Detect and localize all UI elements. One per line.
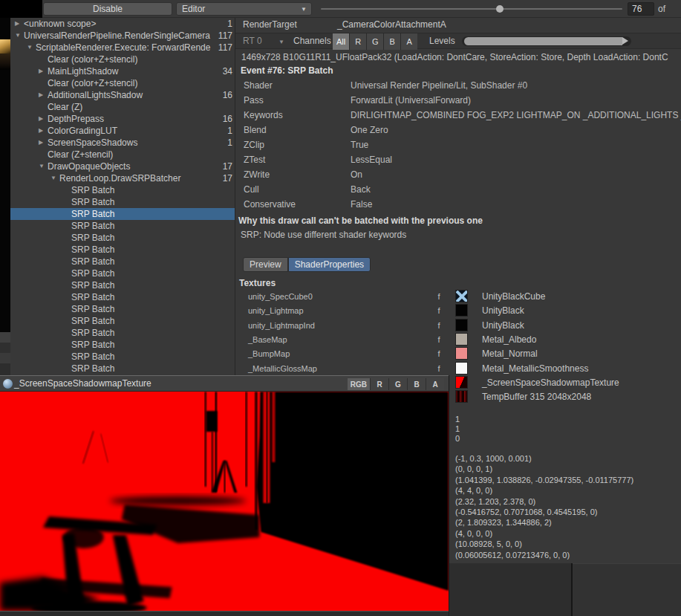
- tree-row[interactable]: ▶<unknown scope>1: [10, 18, 235, 30]
- preview-channel-button-a[interactable]: A: [426, 378, 444, 390]
- foldout-collapsed-icon[interactable]: ▶: [39, 125, 48, 137]
- texture-swatch-icon[interactable]: [455, 347, 468, 360]
- foldout-collapsed-icon[interactable]: ▶: [15, 18, 24, 30]
- tree-row[interactable]: SRP Batch: [10, 196, 235, 208]
- texture-flag: f: [434, 292, 443, 301]
- tree-row[interactable]: ▶ScreenSpaceShadows1: [10, 137, 235, 149]
- texture-swatch-icon[interactable]: [455, 319, 468, 331]
- tree-row[interactable]: ▶AdditionalLightsShadow16: [10, 89, 235, 101]
- float-value: 0: [455, 434, 460, 444]
- detail-label: Shader: [244, 80, 273, 91]
- channel-button-all[interactable]: All: [333, 33, 349, 50]
- preview-channel-button-rgb[interactable]: RGB: [348, 378, 370, 390]
- tree-row[interactable]: SRP Batch: [10, 351, 235, 363]
- channel-button-b[interactable]: B: [384, 33, 400, 50]
- preview-channel-button-r[interactable]: R: [371, 378, 388, 390]
- detail-value: False: [351, 199, 681, 210]
- vector-value: (4, 4, 0, 0): [455, 485, 633, 496]
- texture-property-name: _BaseMap: [248, 335, 287, 344]
- tree-row-label: SRP Batch: [71, 268, 211, 279]
- detail-label: ZWrite: [244, 169, 270, 180]
- levels-label: Levels: [429, 36, 455, 46]
- tree-row[interactable]: SRP Batch: [10, 220, 235, 232]
- event-number-field[interactable]: 76: [628, 2, 654, 16]
- levels-slider-handle[interactable]: [622, 37, 628, 45]
- tree-row[interactable]: SRP Batch: [10, 232, 235, 244]
- tree-row[interactable]: ▼RenderLoop.DrawSRPBatcher17: [10, 172, 235, 184]
- detail-value: On: [351, 169, 681, 180]
- tree-row[interactable]: ▶ColorGradingLUT1: [10, 125, 235, 137]
- tree-row[interactable]: SRP Batch: [10, 339, 235, 351]
- frame-debugger-toolbar: Disable Editor ▼ 76 of 118: [42, 0, 681, 18]
- tree-row[interactable]: SRP Batch: [10, 184, 235, 196]
- tree-row[interactable]: ▶DepthPrepass16: [10, 113, 235, 125]
- tree-row-label: SRP Batch: [71, 244, 211, 256]
- channel-button-a[interactable]: A: [401, 33, 417, 50]
- tree-row[interactable]: SRP Batch: [10, 244, 235, 256]
- texture-swatch-icon[interactable]: [455, 290, 468, 302]
- shader-detail-row: KeywordsDIRLIGHTMAP_COMBINED FOG_EXP2 LI…: [235, 108, 681, 123]
- preview-channel-button-g[interactable]: G: [389, 378, 407, 390]
- texture-asset-name: Metal_MetallicSmoothness: [482, 363, 588, 374]
- tree-row[interactable]: Clear (color+Z+stencil): [10, 54, 235, 65]
- texture-swatch-icon[interactable]: [455, 376, 468, 389]
- tree-row[interactable]: Clear (Z): [10, 101, 235, 113]
- event-slider-handle[interactable]: [496, 5, 504, 13]
- tree-row[interactable]: SRP Batch: [10, 291, 235, 303]
- vector-value: (0.06005612, 0.07213476, 0, 0): [455, 550, 633, 560]
- disable-button[interactable]: Disable: [43, 2, 172, 16]
- tree-row-label: AdditionalLightsShadow: [48, 89, 211, 101]
- chevron-down-icon: ▼: [301, 6, 307, 13]
- tree-row[interactable]: SRP Batch: [10, 268, 235, 279]
- render-target-row: RenderTarget _CameraColorAttachmentA: [235, 18, 681, 33]
- foldout-collapsed-icon[interactable]: ▶: [39, 113, 48, 125]
- foldout-expanded-icon[interactable]: ▼: [39, 161, 48, 172]
- vector-value: (0, 0, 0, 1): [455, 464, 633, 474]
- preview-titlebar[interactable]: _ScreenSpaceShadowmapTexture RGBRGBA: [0, 375, 449, 392]
- background-panel-row: [0, 353, 10, 363]
- foldout-collapsed-icon[interactable]: ▶: [39, 137, 48, 149]
- tab-shaderproperties[interactable]: ShaderProperties: [288, 257, 371, 272]
- texture-swatch-icon[interactable]: [455, 362, 468, 375]
- tree-row[interactable]: Clear (color+Z+stencil): [10, 77, 235, 89]
- textures-section-label: Textures: [239, 278, 276, 288]
- channel-button-r[interactable]: R: [350, 33, 366, 50]
- tree-row-count: 16: [223, 113, 232, 125]
- target-selector-dropdown[interactable]: Editor ▼: [176, 2, 312, 16]
- tree-row[interactable]: SRP Batch: [10, 256, 235, 268]
- background-scene-strip: [0, 18, 10, 375]
- tree-row[interactable]: SRP Batch: [10, 279, 235, 291]
- tree-row-label: Clear (Z): [48, 101, 211, 113]
- texture-swatch-icon[interactable]: [455, 304, 468, 317]
- tree-row[interactable]: SRP Batch: [10, 315, 235, 327]
- vector-value: (1.041399, 1.038826, -0.02947355, -0.011…: [455, 475, 633, 485]
- texture-flag: f: [434, 349, 443, 358]
- tree-row[interactable]: SRP Batch: [10, 208, 235, 220]
- tab-preview[interactable]: Preview: [243, 257, 288, 272]
- tree-row[interactable]: ▼DrawOpaqueObjects17: [10, 161, 235, 172]
- rt-index-dropdown[interactable]: RT 0: [243, 36, 262, 46]
- texture-swatch-icon[interactable]: [455, 390, 468, 403]
- tree-row-count: 1: [227, 18, 232, 30]
- foldout-collapsed-icon[interactable]: ▶: [39, 65, 48, 77]
- foldout-expanded-icon[interactable]: ▼: [50, 172, 59, 184]
- vector-value: (2, 1.809323, 1.344886, 2): [455, 517, 633, 528]
- texture-property-name: unity_SpecCube0: [248, 292, 313, 301]
- tree-row[interactable]: SRP Batch: [10, 327, 235, 339]
- tree-row[interactable]: ▼ScriptableRenderer.Execute: ForwardRend…: [10, 42, 235, 54]
- event-slider-track[interactable]: [321, 8, 622, 10]
- tree-row[interactable]: ▶MainLightShadow34: [10, 65, 235, 77]
- vector-value: (2.32, 1.203, 2.378, 0): [455, 496, 633, 507]
- texture-swatch-icon[interactable]: [455, 333, 468, 346]
- foldout-expanded-icon[interactable]: ▼: [15, 30, 24, 42]
- shader-detail-row: ConservativeFalse: [235, 198, 681, 213]
- tree-row[interactable]: ▼UniversalRenderPipeline.RenderSingleCam…: [10, 30, 235, 42]
- levels-slider[interactable]: [462, 36, 631, 46]
- tree-row[interactable]: SRP Batch: [10, 363, 235, 375]
- foldout-collapsed-icon[interactable]: ▶: [39, 89, 48, 101]
- tree-row[interactable]: SRP Batch: [10, 303, 235, 315]
- foldout-expanded-icon[interactable]: ▼: [27, 42, 36, 54]
- preview-channel-button-b[interactable]: B: [408, 378, 426, 390]
- channel-button-g[interactable]: G: [367, 33, 383, 50]
- tree-row[interactable]: Clear (Z+stencil): [10, 149, 235, 161]
